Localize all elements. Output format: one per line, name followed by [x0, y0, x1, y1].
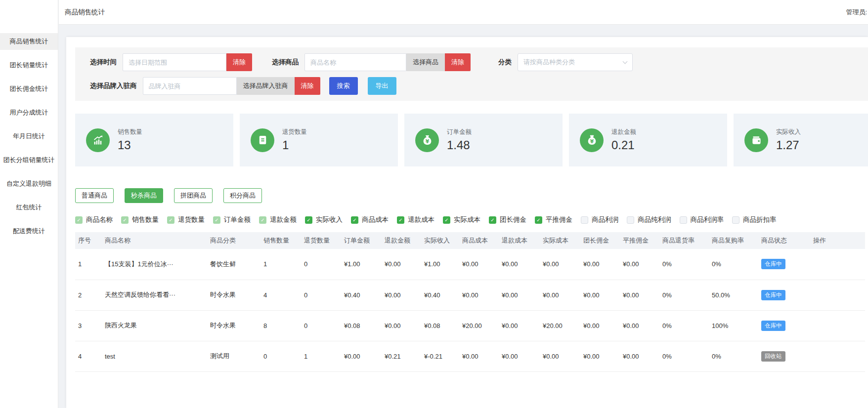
table-cell: ¥0.00: [580, 249, 620, 280]
app-window: 商品销售统计团长销量统计团长佣金统计用户分成统计年月日统计团长分组销量统计自定义…: [0, 0, 868, 408]
time-clear-button[interactable]: 清除: [226, 53, 252, 71]
admin-label[interactable]: 管理员:: [846, 8, 867, 17]
column-toggle[interactable]: 商品利润率: [680, 215, 724, 224]
table-cell: 4: [260, 280, 301, 310]
column-toggle[interactable]: ✓订单金额: [213, 215, 251, 224]
column-toggle[interactable]: ✓商品成本: [351, 215, 389, 224]
product-name-input[interactable]: [304, 53, 406, 71]
sidebar-item[interactable]: 自定义退款明细: [0, 175, 58, 192]
table-cell: 0: [260, 341, 301, 371]
table-cell: ¥1.00: [341, 249, 382, 280]
product-type-tab[interactable]: 积分商品: [223, 188, 262, 203]
sales-table: 序号商品名称商品分类销售数量退货数量订单金额退款金额实际收入商品成本退款成本实际…: [75, 232, 865, 372]
checkbox-icon[interactable]: ✓: [259, 216, 266, 224]
checkbox-icon[interactable]: ✓: [121, 216, 129, 224]
sidebar-item[interactable]: 年月日统计: [0, 128, 58, 145]
stat-info: 销售数量13: [118, 128, 142, 152]
column-header: 商品名称: [102, 232, 207, 249]
sidebar: 商品销售统计团长销量统计团长佣金统计用户分成统计年月日统计团长分组销量统计自定义…: [0, 0, 58, 408]
column-header: 退货数量: [301, 232, 341, 249]
column-toggle[interactable]: ✓实际收入: [305, 215, 343, 224]
table-cell: ¥0.00: [341, 341, 382, 371]
trend-up-icon: [86, 128, 110, 152]
stat-value: 1.27: [776, 138, 801, 152]
table-cell: 2: [75, 280, 102, 310]
table-cell: ¥20.00: [459, 310, 499, 341]
export-button[interactable]: 导出: [368, 77, 396, 95]
checkbox-icon[interactable]: ✓: [167, 216, 174, 224]
column-toggle-label: 团长佣金: [500, 215, 526, 224]
svg-text:¥: ¥: [425, 138, 429, 145]
date-range-input[interactable]: [123, 53, 226, 71]
status-cell: 回收站: [758, 341, 810, 371]
table-cell: ¥0.00: [580, 280, 620, 310]
brand-input[interactable]: [143, 77, 237, 95]
table-cell: ¥0.00: [620, 341, 659, 371]
table-row: 1【15支装】1元价位冰···餐饮生鲜10¥1.00¥0.00¥1.00¥0.0…: [75, 249, 865, 280]
sidebar-item[interactable]: 团长销量统计: [0, 57, 58, 74]
column-header: 实际成本: [540, 232, 580, 249]
table-cell: ¥0.08: [421, 310, 459, 341]
checkbox-icon[interactable]: ✓: [213, 216, 220, 224]
product-type-tab[interactable]: 普通商品: [75, 188, 114, 203]
column-header: 商品分类: [207, 232, 260, 249]
column-toggle[interactable]: 商品纯利润: [627, 215, 671, 224]
checkbox-icon[interactable]: ✓: [443, 216, 450, 224]
category-select[interactable]: 请按商品种类分类: [518, 53, 633, 71]
column-toggle[interactable]: ✓销售数量: [121, 215, 159, 224]
product-clear-button[interactable]: 清除: [445, 53, 471, 71]
table-cell: ¥20.00: [540, 310, 580, 341]
product-type-tab[interactable]: 拼团商品: [174, 188, 213, 203]
checkbox-icon[interactable]: ✓: [351, 216, 358, 224]
table-cell: ¥1.00: [421, 249, 459, 280]
checkbox-icon[interactable]: ✓: [305, 216, 312, 224]
column-toggle[interactable]: 商品利润: [581, 215, 618, 224]
column-toggle[interactable]: ✓退款成本: [397, 215, 434, 224]
brand-clear-button[interactable]: 清除: [295, 77, 320, 95]
brand-select-button[interactable]: 选择品牌入驻商: [237, 77, 295, 95]
table-cell: 0%: [659, 280, 709, 310]
sidebar-item[interactable]: 红包统计: [0, 199, 58, 216]
column-toggle[interactable]: ✓团长佣金: [489, 215, 526, 224]
column-toggle[interactable]: 商品折扣率: [732, 215, 777, 224]
checkbox-icon[interactable]: [627, 216, 634, 224]
sidebar-menu: 商品销售统计团长销量统计团长佣金统计用户分成统计年月日统计团长分组销量统计自定义…: [0, 33, 58, 240]
table-cell: ¥0.00: [620, 249, 659, 280]
table-cell: 0: [301, 310, 341, 341]
column-toggle[interactable]: ✓商品名称: [75, 215, 113, 224]
table-cell: ¥0.08: [341, 310, 382, 341]
sidebar-item[interactable]: 商品销售统计: [0, 33, 58, 50]
sidebar-item[interactable]: 团长分组销量统计: [0, 152, 58, 168]
table-cell: ¥0.00: [580, 341, 620, 371]
column-toggle[interactable]: ✓退款金额: [259, 215, 297, 224]
column-toggle-label: 退款成本: [408, 215, 434, 224]
table-cell: ¥0.40: [341, 280, 382, 310]
checkbox-icon[interactable]: [732, 216, 739, 224]
sidebar-item[interactable]: 用户分成统计: [0, 104, 58, 121]
column-toggle[interactable]: ✓实际成本: [443, 215, 480, 224]
column-toggle-label: 商品纯利润: [638, 215, 671, 224]
search-button[interactable]: 搜索: [329, 77, 358, 95]
column-toggle[interactable]: ✓退货数量: [167, 215, 205, 224]
table-cell: ¥0.00: [580, 310, 620, 341]
product-type-tab[interactable]: 秒杀商品: [125, 188, 163, 203]
status-badge: 回收站: [761, 351, 785, 362]
checkbox-icon[interactable]: ✓: [535, 216, 542, 224]
table-cell: ¥0.00: [499, 280, 540, 310]
column-toggle-label: 订单金额: [224, 215, 251, 224]
checkbox-icon[interactable]: [680, 216, 687, 224]
checkbox-icon[interactable]: ✓: [75, 216, 83, 224]
checkbox-icon[interactable]: ✓: [397, 216, 404, 224]
actions-cell: [810, 341, 865, 371]
table-cell: 0: [301, 249, 341, 280]
column-header: 实际收入: [421, 232, 459, 249]
product-filter-label: 选择商品: [272, 58, 299, 67]
column-toggle[interactable]: ✓平推佣金: [535, 215, 572, 224]
product-select-button[interactable]: 选择商品: [406, 53, 445, 71]
table-cell: 0%: [659, 249, 709, 280]
sidebar-item[interactable]: 团长佣金统计: [0, 81, 58, 97]
sidebar-item[interactable]: 配送费统计: [0, 223, 58, 240]
checkbox-icon[interactable]: ✓: [489, 216, 496, 224]
checkbox-icon[interactable]: [581, 216, 588, 224]
money-bag-icon: ¥: [415, 128, 439, 152]
